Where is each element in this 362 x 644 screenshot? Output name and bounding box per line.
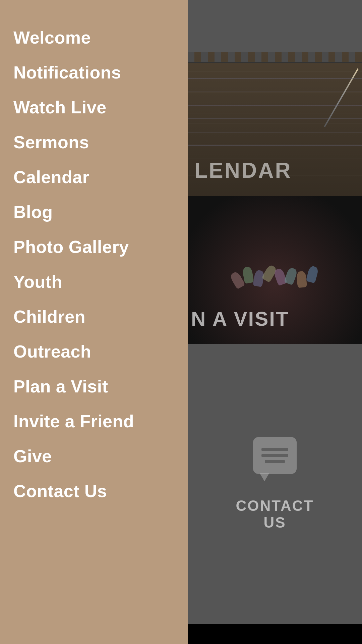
visit-section: N A VISIT: [188, 196, 362, 344]
chat-line-3: [265, 460, 285, 463]
sidebar-item-plan-a-visit[interactable]: Plan a Visit: [13, 369, 188, 404]
sidebar-item-calendar[interactable]: Calendar: [13, 160, 188, 195]
calendar-label: LENDAR: [194, 158, 292, 183]
chat-bubble-icon: [253, 437, 297, 474]
right-top-section: [188, 0, 362, 52]
visit-label: N A VISIT: [191, 307, 289, 330]
sidebar-item-youth[interactable]: Youth: [13, 264, 188, 299]
bottom-bar: [188, 624, 362, 644]
sidebar: WelcomeNotificationsWatch LiveSermonsCal…: [0, 0, 188, 644]
sidebar-item-watch-live[interactable]: Watch Live: [13, 90, 188, 125]
sidebar-item-children[interactable]: Children: [13, 299, 188, 334]
sidebar-item-outreach[interactable]: Outreach: [13, 334, 188, 369]
chat-line-1: [261, 448, 288, 451]
sidebar-item-photo-gallery[interactable]: Photo Gallery: [13, 229, 188, 264]
sidebar-item-notifications[interactable]: Notifications: [13, 55, 188, 90]
right-panel: LENDAR N A VISIT CONTACTUS: [188, 0, 362, 644]
calendar-section: LENDAR: [188, 52, 362, 196]
sidebar-item-give[interactable]: Give: [13, 439, 188, 474]
contact-section: CONTACTUS: [188, 344, 362, 624]
sidebar-item-contact-us[interactable]: Contact Us: [13, 474, 188, 508]
contact-icon: [253, 437, 297, 481]
sidebar-item-welcome[interactable]: Welcome: [13, 20, 188, 55]
chat-line-2: [261, 454, 288, 457]
sidebar-item-sermons[interactable]: Sermons: [13, 125, 188, 160]
sidebar-item-blog[interactable]: Blog: [13, 195, 188, 229]
contact-us-label: CONTACTUS: [236, 497, 314, 531]
sidebar-item-invite-a-friend[interactable]: Invite a Friend: [13, 404, 188, 439]
